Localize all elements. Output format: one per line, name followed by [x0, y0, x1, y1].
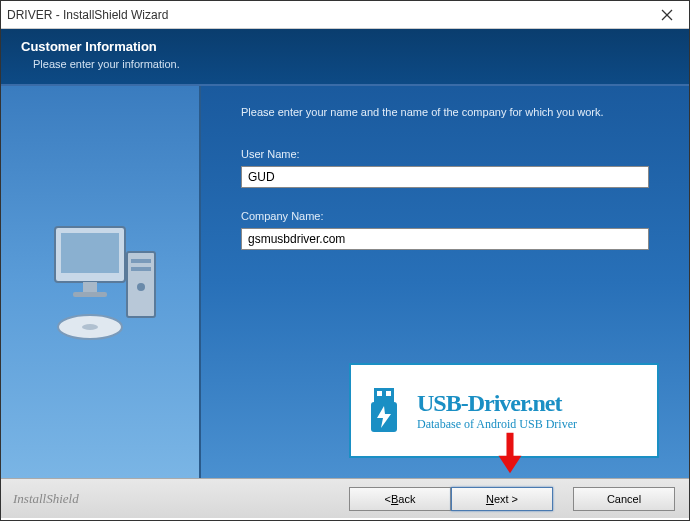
nav-button-group: < Back Next > [349, 487, 553, 511]
left-panel [1, 86, 201, 478]
content-area: Please enter your name and the name of t… [1, 86, 689, 478]
company-name-input[interactable] [241, 228, 649, 250]
user-name-label: User Name: [241, 148, 649, 160]
instruction-text: Please enter your name and the name of t… [241, 106, 649, 118]
titlebar: DRIVER - InstallShield Wizard [1, 1, 689, 29]
svg-rect-8 [131, 267, 151, 271]
bottom-bar: InstallShield < Back Next > Cancel [1, 478, 689, 518]
svg-point-11 [82, 324, 98, 330]
right-panel: Please enter your name and the name of t… [201, 86, 689, 478]
watermark-subtitle: Database of Android USB Driver [417, 417, 577, 432]
svg-rect-3 [61, 233, 119, 273]
watermark-title: USB-Driver.net [417, 390, 577, 417]
watermark-badge: USB-Driver.net Database of Android USB D… [349, 363, 659, 458]
svg-rect-5 [73, 292, 107, 297]
svg-point-9 [137, 283, 145, 291]
next-button[interactable]: Next > [451, 487, 553, 511]
svg-rect-7 [131, 259, 151, 263]
company-name-label: Company Name: [241, 210, 649, 222]
close-button[interactable] [651, 5, 683, 25]
svg-rect-13 [377, 391, 382, 396]
header-panel: Customer Information Please enter your i… [1, 29, 689, 86]
header-subtitle: Please enter your information. [21, 58, 669, 70]
user-name-input[interactable] [241, 166, 649, 188]
installer-window: DRIVER - InstallShield Wizard Customer I… [0, 0, 690, 521]
watermark-text: USB-Driver.net Database of Android USB D… [417, 390, 577, 432]
cancel-group: Cancel [573, 487, 675, 511]
computer-icon [35, 217, 165, 347]
window-title: DRIVER - InstallShield Wizard [7, 8, 168, 22]
svg-rect-14 [386, 391, 391, 396]
cancel-button[interactable]: Cancel [573, 487, 675, 511]
back-button[interactable]: < Back [349, 487, 451, 511]
close-icon [661, 9, 673, 21]
svg-rect-4 [83, 282, 97, 292]
header-title: Customer Information [21, 39, 669, 54]
brand-text: InstallShield [13, 491, 79, 507]
usb-icon [359, 386, 409, 436]
